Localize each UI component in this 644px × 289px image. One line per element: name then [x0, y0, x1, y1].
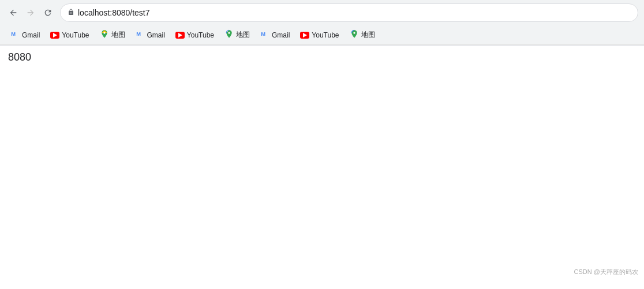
maps-icon-3 [350, 29, 359, 40]
bookmark-label-gmail-2: Gmail [147, 31, 165, 39]
watermark: CSDN @天秤座的码农 [574, 268, 638, 276]
svg-point-6 [228, 32, 230, 33]
svg-text:M: M [261, 31, 265, 37]
youtube-icon-1 [50, 32, 59, 39]
page-port-display: 8080 [8, 51, 31, 63]
bookmark-label-youtube-3: YouTube [312, 31, 339, 39]
bookmark-label-gmail-1: Gmail [22, 31, 40, 39]
bookmark-label-youtube-2: YouTube [187, 31, 214, 39]
reload-button[interactable] [40, 5, 55, 20]
svg-point-9 [353, 32, 355, 33]
address-bar[interactable]: localhost:8080/test7 [60, 3, 638, 22]
forward-button[interactable] [23, 5, 38, 20]
lock-icon [68, 8, 74, 18]
maps-icon-2 [224, 29, 234, 40]
svg-text:M: M [136, 31, 141, 37]
bookmark-label-youtube-1: YouTube [62, 31, 89, 39]
browser-toolbar: localhost:8080/test7 [0, 0, 644, 25]
bookmark-maps-1[interactable]: 地图 [95, 27, 130, 43]
youtube-icon-2 [175, 32, 185, 39]
gmail-icon-3: M [260, 31, 269, 39]
bookmark-maps-2[interactable]: 地图 [220, 27, 254, 43]
bookmark-youtube-2[interactable]: YouTube [171, 29, 219, 42]
maps-icon-1 [100, 29, 109, 40]
page-content: 8080 CSDN @天秤座的码农 [0, 46, 644, 282]
bookmark-label-maps-3: 地图 [361, 30, 375, 40]
gmail-icon-1: M [10, 31, 20, 39]
bookmark-gmail-3[interactable]: M Gmail [256, 28, 294, 42]
bookmark-youtube-3[interactable]: YouTube [295, 29, 343, 42]
bookmark-maps-3[interactable]: 地图 [345, 27, 380, 43]
bookmark-youtube-1[interactable]: YouTube [46, 29, 93, 42]
svg-text:M: M [11, 31, 16, 37]
nav-buttons [6, 5, 55, 20]
back-button[interactable] [6, 5, 21, 20]
bookmarks-bar: M Gmail YouTube 地图 [0, 25, 644, 45]
bookmark-label-maps-2: 地图 [236, 30, 250, 40]
gmail-icon-2: M [136, 31, 145, 39]
url-text: localhost:8080/test7 [78, 8, 150, 17]
youtube-icon-3 [300, 32, 309, 39]
browser-chrome: localhost:8080/test7 M Gmail You [0, 0, 644, 46]
bookmark-gmail-1[interactable]: M Gmail [6, 28, 44, 42]
bookmark-gmail-2[interactable]: M Gmail [131, 28, 170, 42]
bookmark-label-gmail-3: Gmail [272, 31, 290, 39]
svg-point-3 [103, 32, 105, 33]
bookmark-label-maps-1: 地图 [111, 30, 125, 40]
